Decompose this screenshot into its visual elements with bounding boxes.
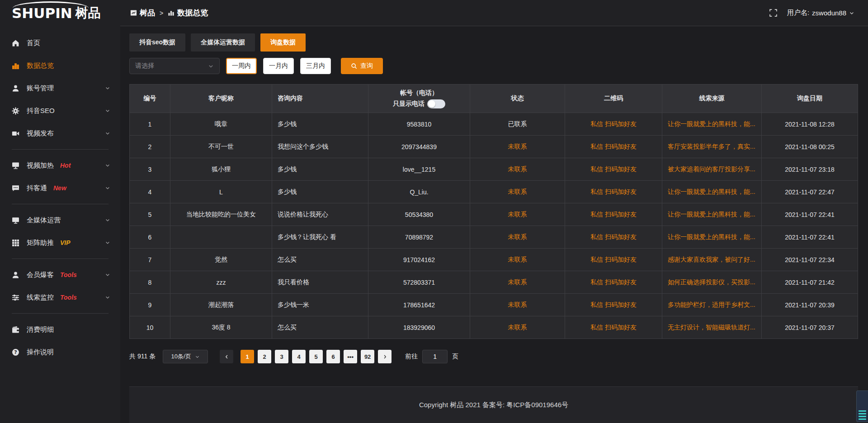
- tab-douyin-seo-data[interactable]: 抖音seo数据: [129, 33, 185, 52]
- fullscreen-icon[interactable]: [769, 9, 777, 17]
- sidebar-item-matrix-boost[interactable]: 矩阵助推 VIP: [0, 231, 120, 254]
- sidebar-item-doukutong[interactable]: 抖客通 New: [0, 177, 120, 199]
- filter-select[interactable]: 请选择: [129, 58, 220, 74]
- cell-nickname: 当地比较能吃的一位美女: [170, 203, 272, 226]
- goto-suffix: 页: [452, 352, 458, 361]
- cell-source-link[interactable]: 让你一眼就爱上的黑科技，能...: [662, 113, 762, 135]
- cell-source-link[interactable]: 多功能护栏灯，适用于乡村文...: [662, 294, 762, 316]
- sidebar-item-member-baoke[interactable]: 会员爆客 Tools: [0, 263, 120, 286]
- cell-status: 未联系: [470, 136, 565, 158]
- member-icon: [12, 271, 19, 279]
- table-row: 2 不可一世 我想问这个多少钱 2097344839 未联系 私信 扫码加好友 …: [130, 136, 858, 158]
- cell-content: 多少钱: [272, 113, 368, 135]
- cell-date: 2021-11-07 23:18: [762, 158, 858, 180]
- goto-page-input[interactable]: [422, 350, 448, 363]
- sidebar-item-video-publish[interactable]: 视频发布: [0, 122, 120, 145]
- phone-only-label: 只显示电话: [393, 100, 425, 108]
- page-button-2[interactable]: 2: [258, 350, 271, 363]
- cell-source-link[interactable]: 客厅安装投影半年多了，真实...: [662, 136, 762, 158]
- col-header-source: 线索来源: [662, 85, 762, 113]
- cell-id: 2: [130, 136, 170, 158]
- breadcrumb-root[interactable]: 树品: [140, 8, 155, 18]
- cell-qrcode-link[interactable]: 私信 扫码加好友: [565, 113, 662, 135]
- chevron-down-icon: [208, 63, 214, 69]
- chevron-down-icon: [105, 185, 110, 191]
- pagination: 共 911 条 10条/页 1 2 3 4 5 6 ••• 92 前往 页: [129, 350, 858, 363]
- table-row: 8 zzz 我只看价格 572803371 未联系 私信 扫码加好友 如何正确选…: [130, 271, 858, 294]
- chevron-down-icon: [105, 108, 110, 113]
- cell-account: 917024162: [368, 249, 470, 271]
- cell-source-link[interactable]: 感谢大家喜欢我家，被问了好...: [662, 249, 762, 271]
- cell-status: 未联系: [470, 249, 565, 271]
- table-row: 7 觉然 怎么买 917024162 未联系 私信 扫码加好友 感谢大家喜欢我家…: [130, 249, 858, 271]
- cell-source-link[interactable]: 让你一眼就爱上的黑科技，能...: [662, 203, 762, 226]
- cell-source-link[interactable]: 如何正确选择投影仪，买投影...: [662, 271, 762, 293]
- cell-qrcode-link[interactable]: 私信 扫码加好友: [565, 316, 662, 338]
- cell-account: 50534380: [368, 203, 470, 226]
- range-week-button[interactable]: 一周内: [226, 58, 257, 74]
- cell-date: 2021-11-08 00:25: [762, 136, 858, 158]
- page-button-4[interactable]: 4: [292, 350, 306, 363]
- page-button-6[interactable]: 6: [326, 350, 340, 363]
- cell-source-link[interactable]: 被大家追着问的客厅投影分享...: [662, 158, 762, 180]
- tab-all-media-data[interactable]: 全媒体运营数据: [191, 33, 255, 52]
- page-button-92[interactable]: 92: [361, 350, 374, 363]
- table-row: 9 潮起潮落 多少钱一米 178651642 未联系 私信 扫码加好友 多功能护…: [130, 294, 858, 316]
- table-row: 10 36度 8 怎么买 183929060 未联系 私信 扫码加好友 无主灯设…: [130, 316, 858, 339]
- cell-qrcode-link[interactable]: 私信 扫码加好友: [565, 158, 662, 180]
- range-month-button[interactable]: 一月内: [263, 58, 294, 74]
- page-size-select[interactable]: 10条/页: [163, 350, 208, 363]
- cell-source-link[interactable]: 让你一眼就爱上的黑科技，能...: [662, 226, 762, 248]
- cell-date: 2021-11-07 22:34: [762, 249, 858, 271]
- user-menu[interactable]: 用户名: zswodun88: [787, 9, 854, 17]
- page-button-5[interactable]: 5: [309, 350, 323, 363]
- cell-qrcode-link[interactable]: 私信 扫码加好友: [565, 271, 662, 293]
- grid-icon: [12, 239, 19, 247]
- vip-badge: VIP: [60, 239, 71, 246]
- chevron-right-icon: [382, 354, 387, 359]
- floating-widget[interactable]: [856, 390, 868, 422]
- app-logo[interactable]: SHUPIN 树品: [0, 0, 120, 26]
- main-area: 树品 > 数据总览 用户名: zswodun88 抖音seo数据 全媒体运营数据…: [120, 0, 868, 423]
- cell-qrcode-link[interactable]: 私信 扫码加好友: [565, 136, 662, 158]
- home-icon: [12, 39, 19, 47]
- cell-id: 1: [130, 113, 170, 135]
- prev-page-button[interactable]: [220, 350, 233, 363]
- page-button-3[interactable]: 3: [275, 350, 288, 363]
- sidebar-item-lead-monitoring[interactable]: 线索监控 Tools: [0, 286, 120, 309]
- cell-qrcode-link[interactable]: 私信 扫码加好友: [565, 226, 662, 248]
- phone-only-toggle[interactable]: [427, 99, 445, 108]
- username-label: 用户名:: [787, 9, 809, 17]
- sidebar-item-consumption-details[interactable]: 消费明细: [0, 318, 120, 341]
- sidebar-item-all-media-operation[interactable]: 全媒体运营: [0, 209, 120, 231]
- cell-source-link[interactable]: 无主灯设计，智能磁吸轨道灯...: [662, 316, 762, 338]
- sidebar-item-video-heating[interactable]: 视频加热 Hot: [0, 154, 120, 177]
- next-page-button[interactable]: [378, 350, 392, 363]
- search-button[interactable]: 查询: [341, 58, 383, 74]
- sidebar-item-douyin-seo[interactable]: 抖音SEO: [0, 99, 120, 122]
- cell-qrcode-link[interactable]: 私信 扫码加好友: [565, 249, 662, 271]
- cell-content: 多少钱一米: [272, 294, 368, 316]
- sidebar-item-data-overview[interactable]: 数据总览: [0, 54, 120, 77]
- inquiry-table: 编号 客户昵称 咨询内容 帐号（电话） 只显示电话 状态 二维码 线索来源 询盘…: [129, 84, 858, 339]
- tab-inquiry-data[interactable]: 询盘数据: [260, 33, 306, 52]
- cell-content: 我想问这个多少钱: [272, 136, 368, 158]
- sidebar-item-home[interactable]: 首页: [0, 32, 120, 54]
- cell-qrcode-link[interactable]: 私信 扫码加好友: [565, 181, 662, 203]
- sidebar-item-account-management[interactable]: 账号管理: [0, 77, 120, 99]
- cell-account: 178651642: [368, 294, 470, 316]
- range-quarter-button[interactable]: 三月内: [300, 58, 331, 74]
- cell-date: 2021-11-07 20:37: [762, 316, 858, 338]
- filter-bar: 请选择 一周内 一月内 三月内 查询: [129, 58, 858, 74]
- cell-account: 183929060: [368, 316, 470, 338]
- page-button-1[interactable]: 1: [241, 350, 254, 363]
- cell-source-link[interactable]: 让你一眼就爱上的黑科技，能...: [662, 181, 762, 203]
- cell-date: 2021-11-08 12:28: [762, 113, 858, 135]
- menu-divider: [12, 313, 108, 314]
- page-ellipsis-button[interactable]: •••: [344, 350, 357, 363]
- menu-divider: [12, 258, 108, 259]
- sidebar-item-operation-guide[interactable]: ? 操作说明: [0, 341, 120, 363]
- cell-qrcode-link[interactable]: 私信 扫码加好友: [565, 294, 662, 316]
- cell-qrcode-link[interactable]: 私信 扫码加好友: [565, 203, 662, 226]
- cell-status: 未联系: [470, 226, 565, 248]
